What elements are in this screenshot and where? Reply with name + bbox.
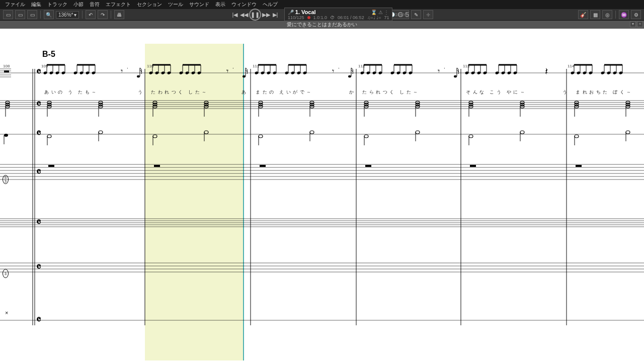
eq-icon[interactable]: ♒ (619, 10, 629, 19)
tempo-display: 71 (384, 15, 389, 20)
time-display: 06:01 / 06:52 (338, 15, 364, 20)
svg-point-230 (204, 131, 208, 134)
skip-start-icon[interactable]: |◀ (231, 11, 239, 19)
svg-point-246 (626, 131, 630, 134)
svg-point-234 (310, 131, 314, 134)
svg-rect-255 (576, 165, 582, 167)
redo-button[interactable]: ↷ (98, 10, 108, 19)
svg-text:𝄾: 𝄾 (332, 69, 334, 73)
svg-point-242 (520, 131, 524, 134)
svg-text:𝄴: 𝄴 (36, 165, 41, 178)
svg-point-228 (153, 135, 157, 138)
menu-section[interactable]: セクション (134, 1, 165, 8)
svg-text:·: · (338, 65, 340, 71)
vocal-notes: 𝄾·𝄾·𝄾·𝄾·𝄽𝄾· (43, 65, 644, 77)
undo-button[interactable]: ↶ (86, 10, 96, 19)
settings-icon[interactable]: ⚙ (631, 10, 641, 19)
forward-icon[interactable]: ▶▶ (262, 11, 270, 19)
menu-effect[interactable]: エフェクト (103, 1, 134, 8)
svg-text:𝄴: 𝄴 (36, 260, 41, 273)
staff-tab3 (0, 263, 644, 272)
bar-counter: 110/125 (288, 15, 304, 20)
staff-tab1 (0, 164, 644, 179)
svg-text:𝄴: 𝄴 (36, 313, 41, 326)
staff-vocal (0, 69, 644, 77)
svg-rect-252 (260, 165, 266, 167)
barlines (33, 69, 567, 325)
print-button[interactable]: 🖶 (114, 10, 124, 19)
svg-point-85 (243, 75, 246, 78)
track-info-panel[interactable]: 🎤 1. Vocal ⌛ ⚠ ⋮ 110/125 1.0:1.0 ⏱ 06:01… (284, 8, 392, 22)
chord-notes (6, 101, 630, 117)
menu-track[interactable]: トラック (44, 1, 70, 8)
zoom-level[interactable]: 136%* ▾ (56, 11, 79, 19)
svg-point-226 (99, 131, 103, 134)
svg-text:𝄴: 𝄴 (36, 65, 41, 78)
tab-add-icon[interactable]: + (637, 21, 643, 27)
tab-menu-icon[interactable]: ▾ (630, 21, 636, 27)
svg-text:·: · (232, 65, 234, 71)
menu-window[interactable]: ウィンドウ (228, 1, 260, 8)
record-indicator-icon (307, 16, 310, 19)
staff-drums: × (0, 310, 644, 320)
skip-end-icon[interactable]: ▶| (271, 11, 279, 19)
svg-point-236 (364, 135, 368, 138)
staff-chords (0, 101, 644, 109)
svg-rect-254 (470, 165, 476, 167)
menu-edit[interactable]: 編集 (28, 1, 44, 8)
svg-point-63 (137, 75, 140, 78)
svg-text:𝄾: 𝄾 (438, 69, 440, 73)
layout-btn-3[interactable]: ▭ (27, 10, 37, 19)
svg-point-240 (469, 135, 473, 138)
svg-rect-250 (48, 165, 54, 167)
svg-text:×: × (5, 310, 8, 316)
svg-rect-251 (154, 165, 160, 167)
transport-controls: |◀ ◀◀ ❚❚ ▶▶ ▶| 🎤 1. Vocal ⌛ ⚠ ⋮ 110/125 … (231, 8, 413, 22)
svg-text:𝄾: 𝄾 (121, 69, 123, 73)
fretboard-icon[interactable]: ▦ (590, 10, 600, 19)
chord-display: G 5 (393, 11, 413, 19)
menu-file[interactable]: ファイル (2, 1, 28, 8)
svg-point-129 (454, 75, 457, 78)
svg-point-244 (575, 135, 579, 138)
beat-pos: 1.0:1.0 (313, 15, 328, 20)
svg-rect-253 (365, 165, 371, 167)
svg-text:𝄴: 𝄴 (36, 216, 41, 228)
svg-point-248 (4, 134, 8, 137)
svg-point-238 (416, 131, 420, 134)
menu-view[interactable]: 表示 (212, 1, 228, 8)
bass-notes (4, 131, 630, 145)
menu-help[interactable]: ヘルプ (260, 1, 281, 8)
svg-text:𝄾: 𝄾 (226, 69, 228, 73)
rewind-icon[interactable]: ◀◀ (240, 11, 248, 19)
score-viewport[interactable]: B-5 108 109 110 111 112 113 114 あ い の う … (0, 29, 644, 362)
svg-text:𝄽: 𝄽 (545, 68, 548, 74)
svg-point-224 (47, 135, 51, 138)
document-tab-bar: 愛にできることはまだあるかい ▾ + (0, 21, 644, 29)
tab-rests (48, 165, 582, 167)
menu-bar[interactable]: 小節 (70, 1, 87, 8)
menu-tool[interactable]: ツール (165, 1, 186, 8)
svg-text:·: · (444, 65, 445, 71)
staff-tab2 (0, 219, 644, 227)
mixer-icon[interactable]: ◎ (602, 10, 612, 19)
time-signatures: 𝄴𝄴𝄴 𝄴𝄴𝄴𝄴 (36, 65, 41, 326)
svg-text:𝄴: 𝄴 (36, 127, 41, 139)
document-title[interactable]: 愛にできることはまだあるかい (287, 22, 357, 27)
instrument-icon[interactable]: 🎸 (578, 10, 588, 19)
menu-sound[interactable]: サウンド (186, 1, 212, 8)
toolbar: ▭ ▭ ▭ 🔍 136%* ▾ ↶ ↷ 🖶 |◀ ◀◀ ❚❚ ▶▶ ▶| 🎤 1… (0, 9, 644, 21)
search-icon[interactable]: 🔍 (44, 10, 54, 19)
svg-text:·: · (127, 65, 128, 71)
menu-note[interactable]: 音符 (87, 1, 103, 8)
svg-point-107 (348, 75, 351, 78)
layout-btn-1[interactable]: ▭ (3, 10, 13, 19)
track-name: 1. Vocal (295, 9, 316, 15)
score-svg: × 𝄴𝄴𝄴 𝄴𝄴𝄴𝄴 𝄾·𝄾·𝄾·𝄾·𝄽𝄾· (0, 29, 644, 362)
svg-rect-5 (4, 70, 9, 72)
svg-text:𝄴: 𝄴 (36, 98, 41, 110)
add-button[interactable]: ✚ (423, 10, 433, 19)
svg-point-232 (259, 135, 263, 138)
pause-button[interactable]: ❚❚ (249, 9, 261, 21)
layout-btn-2[interactable]: ▭ (15, 10, 25, 19)
